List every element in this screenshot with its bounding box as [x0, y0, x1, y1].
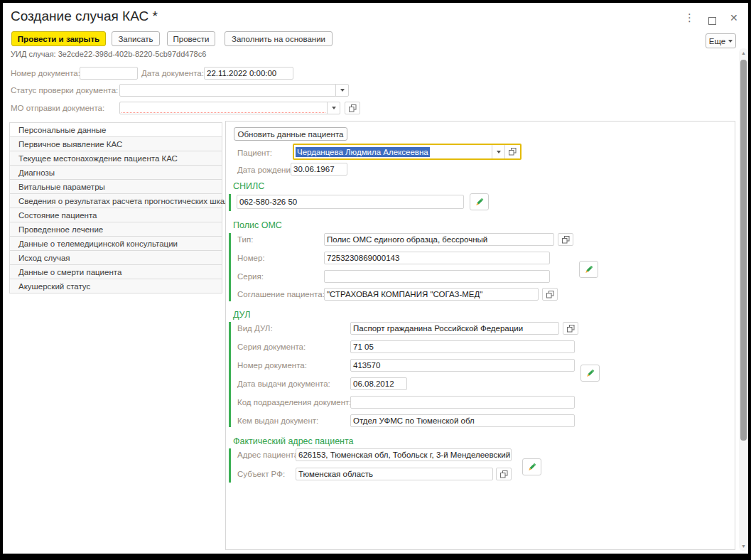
tab-personal-data[interactable]: Персональные данные	[9, 122, 222, 137]
rf-subject-label: Субъект РФ:	[237, 470, 285, 478]
scroll-up-icon[interactable]: ▲	[739, 50, 748, 55]
dul-kind-value: Паспорт гражданина Российской Федерации	[353, 324, 523, 333]
tab-vital-parameters[interactable]: Витальные параметры	[9, 179, 222, 194]
tab-prognostic-scales[interactable]: Сведения о результатах расчета прогности…	[9, 193, 222, 208]
open-windows-icon	[567, 325, 575, 333]
oms-agreement-input[interactable]: "СТРАХОВАЯ КОМПАНИЯ "СОГАЗ-МЕД"	[324, 288, 539, 301]
dul-series-label: Серия документа:	[237, 343, 306, 351]
vertical-scrollbar[interactable]: ▲ ▼	[739, 48, 748, 551]
oms-number-label: Номер:	[237, 254, 265, 262]
oms-edit-button[interactable]	[579, 261, 598, 278]
oms-type-open-button[interactable]	[558, 233, 573, 246]
scroll-down-icon[interactable]: ▼	[739, 544, 748, 549]
open-windows-icon	[562, 236, 570, 244]
doc-mo-value	[120, 102, 327, 114]
address-group-bar	[229, 448, 231, 483]
fill-from-basis-button[interactable]: Заполнить на основании	[225, 31, 333, 46]
snils-input[interactable]: 062-580-326 50	[237, 195, 464, 209]
dul-issued-by-input[interactable]: Отдел УФМС по Тюменской обл	[350, 414, 575, 427]
tab-diagnoses[interactable]: Диагнозы	[9, 165, 222, 180]
doc-mo-label: МО отправки документа:	[11, 104, 104, 112]
patient-combo[interactable]: Черданцева Людмила Алексеевна	[293, 144, 522, 160]
dul-number-input[interactable]: 413570	[350, 359, 575, 372]
tab-death-data[interactable]: Данные о смерти пациента	[9, 264, 222, 279]
oms-type-input[interactable]: Полис ОМС единого образца, бессрочный	[324, 233, 554, 246]
address-header: Фактический адрес пациента	[233, 436, 354, 446]
required-field-underline	[121, 112, 325, 113]
dul-kind-open-button[interactable]	[563, 322, 578, 335]
doc-mo-open-button[interactable]	[345, 102, 360, 114]
section-tabs: Персональные данные Первичное выявление …	[9, 122, 222, 294]
doc-number-input[interactable]	[80, 67, 138, 80]
patient-dropdown[interactable]	[492, 145, 504, 158]
doc-date-input[interactable]: 22.11.2022 0:00:00	[204, 67, 293, 80]
chevron-down-icon	[332, 107, 336, 109]
submit-and-close-button[interactable]: Провести и закрыть	[11, 31, 106, 46]
case-uid-line: УИД случая: 3e2cde22-398d-402b-8220-5cb9…	[11, 50, 206, 58]
snils-value: 062-580-326 50	[239, 198, 297, 206]
patient-open-button[interactable]	[504, 145, 520, 158]
doc-number-label: Номер документа:	[11, 69, 80, 77]
refresh-patient-data-button[interactable]: Обновить данные пациента	[234, 127, 347, 141]
save-button[interactable]: Записать	[112, 31, 160, 46]
oms-type-label: Тип:	[237, 235, 253, 244]
rf-subject-value: Тюменская область	[298, 470, 373, 478]
dul-series-value: 71 05	[353, 343, 374, 351]
doc-status-combo[interactable]	[119, 84, 349, 97]
dul-kind-input[interactable]: Паспорт гражданина Российской Федерации	[350, 322, 559, 335]
snils-group-bar	[229, 194, 231, 211]
menu-dots-icon[interactable]: ⋮	[684, 11, 695, 24]
patient-value: Черданцева Людмила Алексеевна	[294, 145, 492, 158]
tab-case-outcome[interactable]: Исход случая	[9, 250, 222, 265]
doc-mo-dropdown[interactable]	[327, 102, 340, 114]
post-button[interactable]: Провести	[167, 31, 215, 46]
dul-issue-date-value: 06.08.2012	[353, 379, 394, 388]
birth-date-input[interactable]: 30.06.1967	[291, 163, 347, 176]
tab-current-location[interactable]: Текущее местонахождение пациента КАС	[9, 151, 222, 166]
more-button[interactable]: Еще	[706, 33, 736, 48]
close-button[interactable]: ✕	[730, 12, 738, 23]
address-edit-button[interactable]	[522, 458, 541, 475]
oms-agreement-open-button[interactable]	[542, 288, 558, 301]
oms-agreement-value: "СТРАХОВАЯ КОМПАНИЯ "СОГАЗ-МЕД"	[327, 290, 482, 298]
dul-edit-button[interactable]	[580, 365, 600, 382]
oms-agreement-label: Соглашение пациента:	[237, 290, 325, 298]
tab-treatment[interactable]: Проведенное лечение	[9, 222, 222, 237]
chevron-down-icon	[728, 40, 733, 43]
maximize-button[interactable]	[708, 15, 716, 28]
oms-series-label: Серия:	[237, 272, 264, 281]
doc-date-value: 22.11.2022 0:00:00	[207, 69, 276, 77]
patient-address-input[interactable]: 626153, Тюменская обл, Тобольск г, 3-й М…	[296, 448, 512, 461]
tab-primary-detection[interactable]: Первичное выявление КАС	[9, 136, 222, 151]
pencil-icon	[526, 462, 537, 473]
oms-number-input[interactable]: 7253230869000143	[324, 252, 550, 264]
rf-subject-input[interactable]: Тюменская область	[296, 468, 493, 480]
oms-number-value: 7253230869000143	[327, 254, 399, 262]
tab-obstetric-status[interactable]: Акушерский статус	[9, 279, 222, 294]
dul-series-input[interactable]: 71 05	[350, 340, 575, 353]
maximize-icon	[708, 17, 716, 25]
snils-edit-button[interactable]	[470, 193, 489, 210]
scrollbar-thumb[interactable]	[740, 60, 747, 441]
tab-patient-condition[interactable]: Состояние пациента	[9, 208, 222, 222]
rf-subject-open-button[interactable]	[496, 468, 512, 480]
dul-issued-by-label: Кем выдан документ:	[237, 416, 318, 425]
dul-issue-date-input[interactable]: 06.08.2012	[350, 377, 407, 390]
doc-mo-combo[interactable]	[119, 102, 340, 114]
doc-status-value	[120, 85, 335, 96]
patient-address-value: 626153, Тюменская обл, Тобольск г, 3-й М…	[298, 451, 512, 459]
open-windows-icon	[500, 470, 508, 478]
doc-status-label: Статус проверки документа:	[11, 86, 118, 95]
patient-selected-text: Черданцева Людмила Алексеевна	[296, 147, 430, 157]
snils-header: СНИЛС	[233, 181, 264, 191]
screen: { "window": { "title": "Создание случая …	[0, 0, 751, 560]
doc-status-dropdown[interactable]	[335, 85, 348, 96]
case-uid-label: УИД случая:	[11, 50, 56, 58]
dul-issue-date-label: Дата выдачи документа:	[237, 379, 330, 388]
tab-telemedicine[interactable]: Данные о телемедицинской консультации	[9, 236, 222, 251]
patient-label: Пациент:	[237, 149, 272, 157]
dul-division-code-input[interactable]	[350, 396, 575, 409]
oms-series-input[interactable]	[324, 270, 550, 283]
dul-kind-label: Вид ДУЛ:	[237, 324, 273, 333]
dul-division-code-label: Код подразделения документ:	[237, 398, 352, 406]
